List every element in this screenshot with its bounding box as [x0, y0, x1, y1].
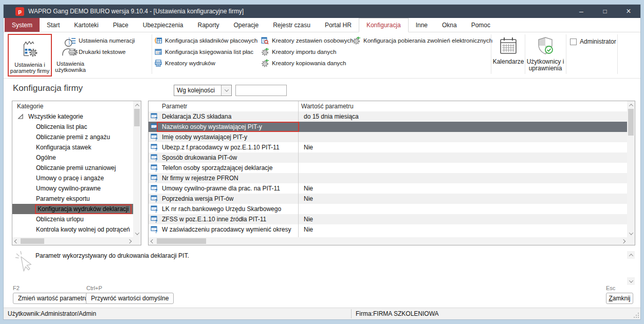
scroll-up-icon[interactable] [133, 101, 141, 109]
restore-defaults-button[interactable]: Przywróć wartości domyślne [86, 293, 174, 304]
statusbar: Użytkownik:Administrator/Admin Firma:FIR… [4, 308, 640, 319]
sketch-cursor-icon [15, 250, 33, 277]
maximize-button[interactable]: □ [593, 5, 617, 18]
category-item-wszystkie-kategorie[interactable]: Wszystkie kategorie [12, 111, 133, 122]
checkbox-icon[interactable] [570, 39, 577, 45]
ribbon-item-drukarki-tekstowe[interactable]: Drukarki tekstowe [67, 47, 135, 56]
category-item-konfiguracja-stawek[interactable]: Konfiguracja stawek [12, 142, 133, 153]
tab-inne[interactable]: Inne [409, 18, 435, 32]
ribbon-item-kreatory-zestawien-osobowych[interactable]: Kreatory zestawien osobowych [261, 36, 354, 45]
parameter-row-deklaracja-zus-skladana[interactable]: ?Deklaracja ZUS składanado 15 dnia miesi… [149, 111, 627, 122]
scroll-down-icon[interactable] [627, 230, 635, 237]
category-item-obliczenia-urlopu[interactable]: Obliczenia urlopu [12, 214, 133, 224]
category-label: Obliczanie premii z angażu [36, 134, 110, 141]
scroll-down-icon[interactable] [627, 277, 635, 285]
svg-text:?: ? [155, 219, 158, 223]
tab-place[interactable]: Płace [106, 18, 136, 32]
ribbon-button-ustawienia-i-parametry-firmy[interactable]: Ustawienia i parametry firmy [8, 34, 52, 77]
category-item-obliczenia-list-plac[interactable]: Obliczenia list płac [12, 122, 133, 132]
category-label: Obliczanie premii uznaniowej [36, 164, 116, 171]
minimize-button[interactable]: – [569, 5, 593, 18]
ribbon-item-konfiguracja-skladnikow-placowych[interactable]: Konfiguracja składników płacowych [154, 36, 257, 45]
category-item-kontrola-kwoty-wolnej-od-potracen[interactable]: Kontrola kwoty wolnej od potrąceń [12, 224, 133, 235]
category-item-obliczanie-premii-uznaniowej[interactable]: Obliczanie premii uznaniowej [12, 163, 133, 173]
scrollbar-thumb[interactable] [628, 109, 634, 136]
parameter-row-umowy-cywilno-prawne-dla-prac-na-pit-11[interactable]: ?Umowy cywilno-prawne dla prac. na PIT-1… [149, 183, 627, 194]
parameter-row-ubezp-z-f-pracodawcy-w-poz-e-1-10-pit-11[interactable]: ?Ubezp.z f.pracodawcy w poz.E.1.10 PIT-1… [149, 142, 627, 153]
scrollbar-thumb[interactable] [134, 109, 140, 126]
scroll-left-icon[interactable] [149, 237, 156, 245]
scroll-left-icon[interactable] [12, 237, 20, 245]
ribbon-separator [566, 34, 566, 74]
scroll-up-icon[interactable] [627, 101, 635, 109]
form-question-icon: ? [151, 184, 158, 194]
resize-grip-icon[interactable] [634, 313, 639, 318]
close-titlebar-button[interactable]: × [617, 5, 640, 18]
tab-ubezpieczenia[interactable]: Ubezpieczenia [136, 18, 191, 32]
ribbon-button-kalendarze[interactable]: Kalendarze [492, 34, 525, 77]
change-value-button[interactable]: Zmień wartość parametru [13, 293, 93, 304]
category-item-ogolne[interactable]: Ogólne [12, 153, 133, 163]
ribbon-item-kreatory-kopiowania-danych[interactable]: Kreatory kopiowania danych [261, 59, 354, 67]
ribbon-item-konfiguracja-pobierania-zwolnien-elektronicznych[interactable]: Konfiguracja pobierania zwolnień elektro… [352, 36, 492, 45]
ribbon-separator [617, 34, 618, 74]
administrator-checkbox[interactable]: Administrator [570, 38, 616, 45]
parameter-row-sposob-drukowania-pit-ow[interactable]: ?Sposób drukowania PIT-ów [149, 153, 627, 163]
close-button[interactable]: Zamknij [606, 293, 633, 304]
tab-pomoc[interactable]: Pomoc [464, 18, 498, 32]
scroll-right-icon[interactable] [125, 237, 133, 245]
parameter-row-telefon-osoby-sporzadzajacej-deklaracje[interactable]: ?Telefon osoby sporządzającej deklaracje [149, 163, 627, 173]
parameter-row-imie-osoby-wystawiajacej-pit-y[interactable]: ?Imię osoby wystawiającej PIT-y [149, 132, 627, 142]
ribbon-item-label: Kreatory importu danych [272, 49, 336, 55]
ribbon-group-1: 123Ustawienia numeracjiDrukarki tekstowe [67, 36, 135, 56]
scrollbar-thumb[interactable] [157, 238, 206, 244]
svg-text:?: ? [155, 229, 158, 234]
category-item-obliczanie-premii-z-angazu[interactable]: Obliczanie premii z angażu [12, 132, 133, 142]
chevron-down-icon[interactable] [221, 85, 231, 96]
category-item-parametry-eksportu[interactable]: Parametry eksportu [12, 194, 133, 204]
ribbon-item-ustawienia-numeracji[interactable]: 123Ustawienia numeracji [67, 36, 135, 45]
categories-horizontal-scrollbar[interactable] [12, 237, 133, 245]
parameter-row-nr-firmy-w-rejestrze-pfron[interactable]: ?Nr firmy w rejestrze PFRON [149, 173, 627, 183]
ribbon-item-kreatory-wydrukow[interactable]: Kreatory wydruków [154, 59, 257, 67]
tab-konfiguracja[interactable]: Konfiguracja [359, 18, 409, 32]
svg-text:?: ? [155, 116, 158, 121]
statusbar-company: Firma:FIRMA SZKOLENIOWA [356, 310, 439, 317]
tab-portal-hr[interactable]: Portal HR [318, 18, 359, 32]
category-item-umowy-cywilno-prawne[interactable]: Umowy cywilno-prawne [12, 183, 133, 194]
category-label: Wszystkie kategorie [28, 113, 83, 120]
parameter-row-zfss-w-poz-e-1-10-inne-zrodla-pit-11[interactable]: ?ZFSS w poz.E.1.10 inne źródła PIT-11Nie [149, 214, 627, 224]
tab-rejestr-czasu[interactable]: Rejestr czasu [266, 18, 318, 32]
categories-vertical-scrollbar[interactable] [133, 101, 141, 237]
parameter-name: Deklaracja ZUS składana [162, 113, 231, 120]
scroll-up-icon[interactable] [627, 251, 635, 259]
ribbon-item-konfiguracja-ksiegowania-list-plac[interactable]: Konfiguracja księgowania list płac [154, 47, 257, 56]
administrator-checkbox-label: Administrator [580, 38, 616, 45]
parameters-vertical-scrollbar[interactable] [627, 101, 635, 237]
tab-kartoteki[interactable]: Kartoteki [67, 18, 105, 32]
scroll-right-icon[interactable] [619, 237, 627, 245]
scrollbar-thumb[interactable] [21, 238, 44, 244]
tab-okna[interactable]: Okna [435, 18, 464, 32]
app-logo-icon: p [15, 7, 24, 16]
parameter-row-w-zaswiadczeniu-pracodawcy-wymienic-okresy[interactable]: ?W zaświadczeniu pracodawcy wymienić okr… [149, 224, 627, 235]
tab-operacje[interactable]: Operacje [227, 18, 266, 32]
description-scrollbar[interactable] [627, 251, 635, 285]
ribbon-button-uzytkownicy-i-uprawnienia[interactable]: Użytkownicy i uprawnienia [526, 34, 565, 77]
scroll-down-icon[interactable] [133, 230, 141, 237]
sort-order-select[interactable]: Wg kolejności [174, 85, 232, 96]
tab-system[interactable]: System [5, 18, 40, 32]
parameter-row-lk-nr-rach-bankowego-urzedu-skarbowego[interactable]: ?LK nr rach.bankowego Urzędu Skarbowego [149, 204, 627, 214]
filter-input[interactable] [235, 85, 287, 96]
parameter-row-poprzednia-wersja-pit-ow[interactable]: ?Poprzednia wersja PIT-ówNie [149, 194, 627, 204]
ribbon-item-kreatory-importu-danych[interactable]: Kreatory importu danych [261, 47, 354, 56]
ribbon-item-label: Drukarki tekstowe [79, 49, 125, 55]
category-item-umowy-o-prace-i-angaze[interactable]: Umowy o pracę i angaże [12, 173, 133, 183]
tab-start[interactable]: Start [40, 18, 67, 32]
category-item-konfiguracja-wydrukow-deklaracji[interactable]: Konfiguracja wydruków deklaracji [12, 204, 133, 214]
parameters-horizontal-scrollbar[interactable] [149, 237, 627, 245]
form-question-icon: ? [151, 195, 158, 204]
tab-raporty[interactable]: Raporty [190, 18, 226, 32]
parameter-row-nazwisko-osoby-wystawiajacej-pit-y[interactable]: ?Nazwisko osoby wystawiającej PIT-y [149, 122, 627, 132]
ribbon-button-label: Użytkownicy i uprawnienia [526, 59, 565, 72]
